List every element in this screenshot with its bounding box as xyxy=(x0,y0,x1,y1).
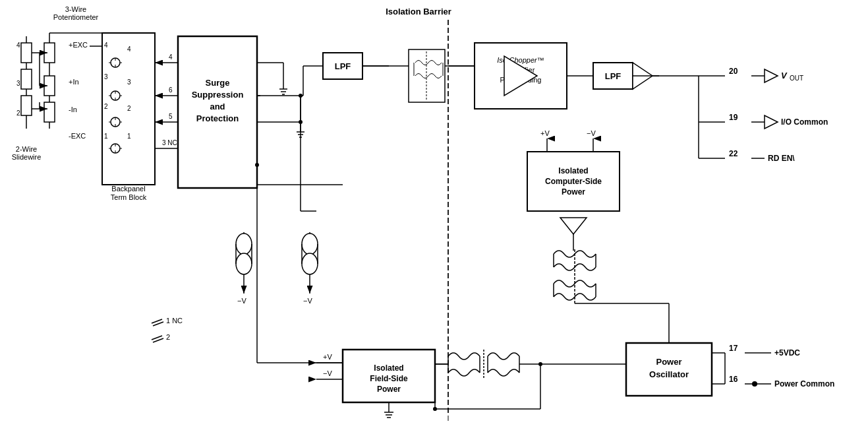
field-power-label3: Power xyxy=(377,385,401,394)
field-power-label: Isolated xyxy=(374,363,403,373)
svg-point-83 xyxy=(302,234,318,255)
nc-pin1-label: 1 NC xyxy=(166,317,183,325)
pin16-label: 16 xyxy=(729,375,738,384)
exc-plus-label: +EXC xyxy=(69,41,88,49)
svg-rect-56 xyxy=(178,36,257,188)
power-osc-label: Power xyxy=(656,357,681,367)
plus-v-comp: +V xyxy=(540,129,550,137)
in-minus-label-inner: 2 xyxy=(104,103,108,110)
pin4-left: 4 xyxy=(16,42,20,49)
pin4-backpanel: 4 xyxy=(127,46,131,53)
comp-power-label3: Power xyxy=(562,187,585,197)
svg-rect-23 xyxy=(21,96,32,115)
pin2-backpanel: 2 xyxy=(127,105,131,112)
pin17-label: 17 xyxy=(729,344,738,353)
minus-v-comp: −V xyxy=(587,129,596,137)
exc-minus-label: -EXC xyxy=(69,132,86,140)
isolation-barrier-label: Isolation Barrier xyxy=(386,7,451,16)
io-common-text: I/O Common xyxy=(781,117,828,127)
pin6-line: 6 xyxy=(169,86,173,94)
lpf1-label: LPF xyxy=(335,61,351,71)
surge-title2: Suppression xyxy=(192,90,244,100)
svg-point-144 xyxy=(752,381,757,387)
svg-point-76 xyxy=(236,234,252,255)
pin3-backpanel: 3 xyxy=(127,78,131,86)
power-common-text: Power Common xyxy=(774,379,834,389)
field-power-label2: Field-Side xyxy=(370,374,408,383)
minus-v-field: −V xyxy=(323,369,332,377)
pin19-label: 19 xyxy=(729,113,738,122)
exc-plus-label-inner: 4 xyxy=(104,42,108,49)
backpanel-label2: Term Block xyxy=(111,193,147,201)
slidewire-label2: Slidewire xyxy=(12,153,42,161)
potentiometer-label: 3-Wire xyxy=(65,5,86,13)
in-plus-label-inner: 3 xyxy=(104,73,108,80)
comp-power-label2: Computer-Side xyxy=(545,177,602,186)
circuit-diagram: 3-Wire Potentiometer 2-Wire Slidewire xyxy=(0,0,868,436)
surge-title4: Protection xyxy=(196,113,239,123)
surge-title3: and xyxy=(210,102,225,111)
vout-sub: OUT xyxy=(790,75,803,82)
plus5vdc-text: +5VDC xyxy=(774,348,800,358)
nc-label-inner: 1 xyxy=(104,133,108,140)
potentiometer-label2: Potentiometer xyxy=(53,13,99,21)
vout-text: V xyxy=(781,71,788,80)
svg-point-84 xyxy=(302,253,318,274)
plus-v-field: +V xyxy=(323,353,332,361)
pin5-line: 5 xyxy=(169,113,173,120)
pin1-backpanel: 1 xyxy=(127,133,131,140)
svg-rect-19 xyxy=(21,43,32,63)
backpanel-label: Backpanel xyxy=(111,185,145,193)
lpf2-label: LPF xyxy=(605,71,622,81)
minus-v-left: −V xyxy=(237,297,246,305)
pin3-left: 3 xyxy=(16,80,20,87)
pin20-label: 20 xyxy=(729,67,738,76)
pin4-line: 4 xyxy=(169,53,173,61)
in-minus-label: -In xyxy=(69,106,77,113)
in-plus-label: +In xyxy=(69,78,79,86)
power-osc-label2: Oscillator xyxy=(649,369,689,379)
minus-v-right: −V xyxy=(303,297,312,305)
svg-rect-21 xyxy=(21,69,32,89)
rd-en-text: RD EN\ xyxy=(768,154,795,163)
svg-rect-14 xyxy=(44,102,55,122)
svg-point-77 xyxy=(236,253,252,274)
nc-pin2-label: 2 xyxy=(166,333,170,341)
slidewire-label: 2-Wire xyxy=(16,145,37,153)
surge-title: Surge xyxy=(206,78,230,88)
comp-power-label: Isolated xyxy=(558,166,588,175)
pin3-nc-line: 3 NC xyxy=(162,139,177,146)
pin22-label: 22 xyxy=(729,149,738,158)
pin2-left: 2 xyxy=(16,109,20,117)
